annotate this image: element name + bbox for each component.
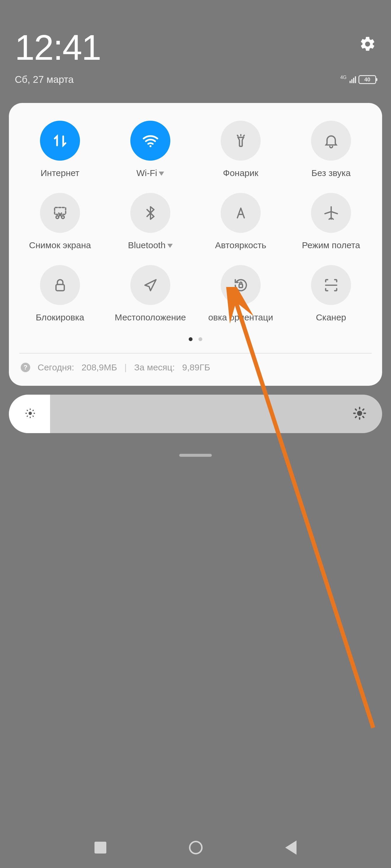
tile-label: Bluetooth [128,240,166,250]
tile-screenshot[interactable]: Снимок экрана [16,193,104,250]
rotation-lock-icon [221,265,261,305]
signal-icon [350,76,356,83]
page-dot-1 [189,337,193,341]
flashlight-icon [221,121,261,161]
battery-icon: 40 [358,75,376,84]
status-icons: 4G 40 [340,75,376,84]
network-type-icon: 4G [340,75,346,80]
tile-label: Блокировка [36,312,84,322]
tile-autobright[interactable]: Автояркость [197,193,284,250]
tile-label: Снимок экрана [29,240,91,250]
tile-label: Фонарик [223,168,258,178]
bell-icon [311,121,351,161]
svg-point-7 [357,411,362,416]
expand-icon [159,172,164,176]
tile-label: Интернет [40,168,79,178]
tile-label: Сканер [316,312,346,322]
today-label: Сегодня: [38,363,74,372]
brightness-high-icon [352,406,367,422]
home-button[interactable] [189,841,203,855]
data-usage-row[interactable]: ? Сегодня: 208,9МБ | За месяц: 9,89ГБ [16,353,375,377]
month-label: За месяц: [134,363,175,372]
tile-label: Без звука [311,168,351,178]
clock-time: 12:41 [15,30,101,65]
navigation-bar [0,840,391,855]
tile-airplane[interactable]: Режим полета [287,193,375,250]
internet-icon [40,121,80,161]
autobright-icon [221,193,261,233]
tile-location[interactable]: Местоположение [107,265,194,322]
tile-internet[interactable]: Интернет [16,121,104,178]
separator: | [124,363,127,372]
status-header: 12:41 Сб, 27 марта 4G 40 [0,0,391,97]
help-icon: ? [21,363,30,372]
tile-scanner[interactable]: Сканер [287,265,375,322]
tile-mute[interactable]: Без звука [287,121,375,178]
wifi-icon [130,121,170,161]
today-value: 208,9МБ [81,363,117,372]
svg-rect-4 [56,284,64,290]
drag-handle[interactable] [179,454,212,457]
bluetooth-icon [130,193,170,233]
scissors-icon [40,193,80,233]
location-icon [130,265,170,305]
page-dot-2 [198,337,202,341]
settings-button[interactable] [359,35,376,54]
tile-label: Местоположение [115,312,186,322]
svg-point-0 [149,145,151,147]
airplane-icon [311,193,351,233]
tile-bluetooth[interactable]: Bluetooth [107,193,194,250]
tile-label: овка ориентаци [208,312,273,322]
tile-wifi[interactable]: Wi-Fi [107,121,194,178]
gear-icon [359,35,376,53]
brightness-low-icon [24,407,37,421]
svg-point-6 [29,412,32,415]
tile-lock[interactable]: Блокировка [16,265,104,322]
quick-settings-panel: Интернет Wi-Fi Фонарик [9,103,382,386]
tile-label: Режим полета [302,240,360,250]
tile-label: Wi-Fi [137,168,157,178]
month-value: 9,89ГБ [182,363,210,372]
recents-button[interactable] [94,842,106,854]
page-indicator[interactable] [16,337,375,341]
back-button[interactable] [285,840,297,855]
scanner-icon [311,265,351,305]
tile-rotation[interactable]: овка ориентаци [197,265,284,322]
tile-flashlight[interactable]: Фонарик [197,121,284,178]
tile-label: Автояркость [215,240,266,250]
svg-rect-1 [55,207,65,214]
lock-icon [40,265,80,305]
brightness-slider[interactable] [9,395,382,433]
expand-icon [167,244,173,248]
date-text: Сб, 27 марта [15,74,74,85]
tiles-grid: Интернет Wi-Fi Фонарик [16,121,375,322]
